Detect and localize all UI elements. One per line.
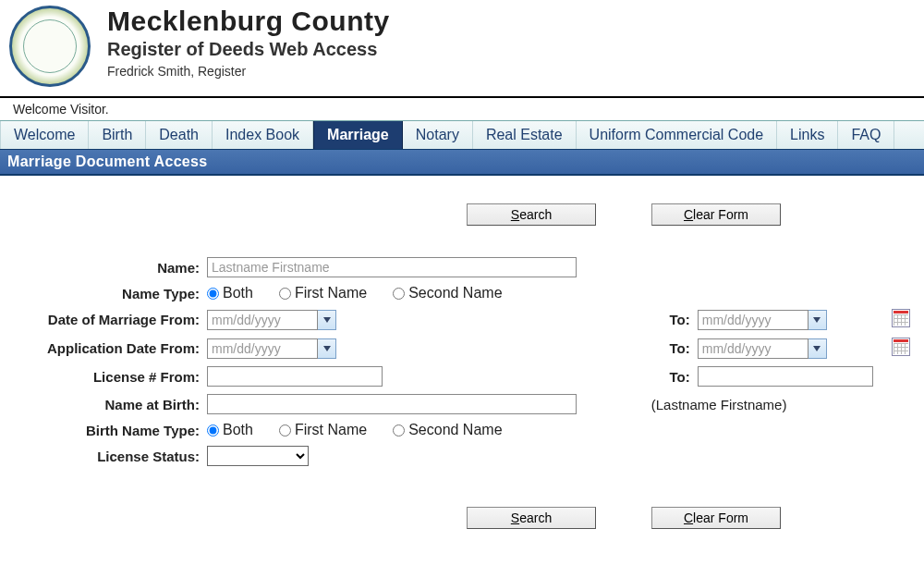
lic-status-select[interactable] [207, 446, 309, 466]
county-title: Mecklenburg County [107, 6, 390, 37]
birth-type-group: Both First Name Second Name [207, 422, 911, 438]
name-type-label: Name Type: [9, 281, 203, 305]
svg-marker-2 [323, 346, 331, 351]
birth-type-first[interactable]: First Name [279, 422, 367, 438]
app-to-dropdown-icon[interactable] [808, 338, 827, 359]
search-button[interactable]: Search [467, 203, 596, 226]
name-label: Name: [9, 253, 203, 281]
tab-notary[interactable]: Notary [403, 121, 473, 149]
welcome-message: Welcome Visitor. [0, 98, 924, 120]
lic-to-input[interactable] [698, 366, 873, 387]
dom-from-dropdown-icon[interactable] [318, 310, 336, 330]
section-title: Marriage Document Access [0, 150, 924, 176]
app-to-input[interactable] [698, 338, 808, 359]
dom-from-label: Date of Marriage From: [9, 305, 203, 334]
birth-type-second[interactable]: Second Name [393, 422, 502, 438]
svg-marker-0 [323, 317, 331, 323]
tab-ucc[interactable]: Uniform Commercial Code [577, 121, 778, 149]
dom-from-input[interactable] [207, 310, 318, 330]
lic-from-label: License # From: [9, 363, 203, 390]
main-tabs: Welcome Birth Death Index Book Marriage … [0, 120, 924, 150]
register-name: Fredrick Smith, Register [107, 64, 390, 79]
search-button-bottom[interactable]: Search [467, 507, 596, 529]
tab-welcome[interactable]: Welcome [0, 121, 89, 149]
tab-marriage[interactable]: Marriage [313, 121, 403, 149]
button-row-top: Search Clear Form [333, 203, 915, 226]
app-from-input[interactable] [207, 338, 318, 359]
page-subtitle: Register of Deeds Web Access [107, 39, 390, 60]
page-header: Mecklenburg County Register of Deeds Web… [0, 0, 924, 91]
dom-to-input[interactable] [698, 310, 808, 330]
clear-form-button[interactable]: Clear Form [651, 203, 781, 226]
birth-type-label: Birth Name Type: [9, 418, 203, 442]
name-type-first[interactable]: First Name [279, 285, 367, 301]
birth-type-both[interactable]: Both [207, 422, 253, 438]
app-to-label: To: [648, 334, 694, 363]
name-birth-input[interactable] [207, 394, 577, 414]
name-type-group: Both First Name Second Name [207, 285, 911, 301]
tab-index-book[interactable]: Index Book [213, 121, 313, 149]
svg-marker-3 [813, 346, 821, 351]
name-birth-label: Name at Birth: [9, 390, 203, 418]
tab-death[interactable]: Death [146, 121, 213, 149]
lic-status-label: License Status: [9, 442, 203, 470]
svg-marker-1 [813, 317, 821, 323]
name-input[interactable] [207, 257, 577, 277]
name-type-both[interactable]: Both [207, 285, 253, 301]
form-table: Name: Name Type: Both First Name Second … [9, 253, 915, 470]
lic-from-input[interactable] [207, 366, 383, 387]
button-row-bottom: Search Clear Form [333, 507, 915, 529]
app-calendar-icon[interactable] [892, 338, 910, 356]
lic-to-label: To: [648, 363, 694, 390]
name-type-second[interactable]: Second Name [393, 285, 502, 301]
clear-form-button-bottom[interactable]: Clear Form [651, 507, 781, 529]
name-birth-hint: (Lastname Firstname) [648, 390, 915, 418]
app-from-dropdown-icon[interactable] [318, 338, 336, 359]
tab-links[interactable]: Links [777, 121, 838, 149]
search-form: Search Clear Form Name: Name Type: Both … [0, 176, 924, 575]
title-block: Mecklenburg County Register of Deeds Web… [107, 6, 390, 79]
tab-faq[interactable]: FAQ [838, 121, 894, 149]
county-seal-icon [9, 6, 91, 87]
app-from-label: Application Date From: [9, 334, 203, 363]
dom-to-label: To: [648, 305, 694, 334]
tab-birth[interactable]: Birth [89, 121, 146, 149]
tab-real-estate[interactable]: Real Estate [473, 121, 577, 149]
dom-to-dropdown-icon[interactable] [808, 310, 827, 330]
dom-calendar-icon[interactable] [892, 309, 910, 327]
